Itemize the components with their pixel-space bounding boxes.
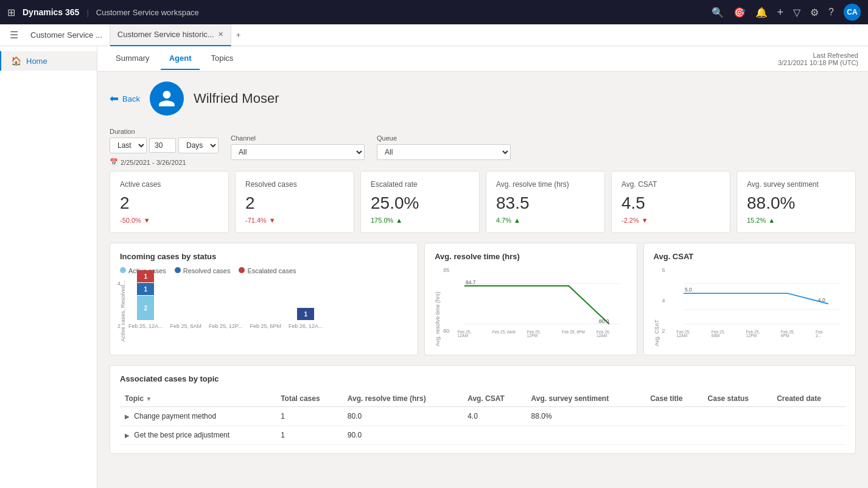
- svg-text:6AM: 6AM: [711, 333, 719, 338]
- sub-tab-bar: Summary Agent Topics Last Refreshed 3/21…: [97, 46, 868, 72]
- tab-close-icon[interactable]: ✕: [218, 30, 223, 38]
- svg-text:Feb 25, 6AM: Feb 25, 6AM: [492, 330, 516, 334]
- bar-red-1: 1: [137, 270, 154, 282]
- person-icon: [157, 89, 177, 108]
- csat-y-label: Avg. CSAT: [654, 267, 660, 346]
- up-arrow-icon: ▲: [768, 217, 775, 224]
- bar-group-4: Feb 25, 6PM: [250, 272, 281, 329]
- app-title: Dynamics 365: [23, 7, 79, 17]
- bar-label-5: Feb 26, 12A...: [289, 323, 323, 329]
- help-icon[interactable]: ?: [828, 7, 834, 18]
- col-case-status: Case status: [703, 391, 772, 407]
- last-refreshed: Last Refreshed 3/21/2021 10:18 PM (UTC): [778, 52, 858, 66]
- csat-y-axis: 6 4 2: [662, 267, 665, 334]
- settings-icon[interactable]: ⚙: [810, 7, 819, 18]
- back-button[interactable]: ⬅ Back: [110, 92, 140, 105]
- chart-incoming-status: Incoming cases by status Active cases Re…: [110, 243, 418, 355]
- cases-table: Topic ▼ Total cases Avg. resolve time (h…: [120, 391, 845, 445]
- channel-label: Channel: [231, 134, 365, 142]
- bar-group-5: 1 Feb 26, 12A...: [289, 271, 323, 329]
- top-nav-icons: 🔍 🎯 🔔 + ▽ ⚙ ? CA: [712, 4, 861, 21]
- channel-select[interactable]: All: [231, 144, 365, 160]
- down-arrow-icon: ▼: [269, 217, 276, 224]
- bar-chart-y-axis-label: Active cases, Resolved...: [120, 281, 126, 342]
- svg-text:84.7: 84.7: [466, 279, 476, 285]
- chart-resolve-time: Avg. resolve time (hrs) Avg. resolve tim…: [424, 243, 637, 355]
- nav-divider: |: [86, 8, 88, 17]
- sidebar-item-home[interactable]: 🏠 Home: [0, 51, 97, 71]
- col-avg-resolve: Avg. resolve time (hrs): [343, 391, 463, 407]
- tab-customer-service[interactable]: Customer Service ...: [23, 24, 110, 46]
- sort-icon[interactable]: ▼: [145, 396, 152, 402]
- apps-grid-icon[interactable]: ⊞: [7, 7, 15, 18]
- tab-agent[interactable]: Agent: [161, 47, 200, 70]
- kpi-resolved-value: 2: [245, 193, 344, 213]
- agent-name: Wilfried Moser: [194, 91, 279, 106]
- col-avg-csat: Avg. CSAT: [463, 391, 526, 407]
- bar-blue-light-1: 2: [137, 296, 154, 320]
- tab-summary[interactable]: Summary: [107, 47, 158, 70]
- user-avatar[interactable]: CA: [844, 4, 861, 21]
- row1-case-title: [645, 407, 702, 426]
- kpi-escalated: Escalated rate 25.0% 175.0% ▲: [360, 171, 480, 233]
- filter-icon[interactable]: ▽: [793, 7, 800, 18]
- row2-case-status: [703, 426, 772, 445]
- chart-resolve-title: Avg. resolve time (hrs): [435, 252, 626, 261]
- row1-topic: ▶ Change payment method: [120, 407, 276, 426]
- bar-label-4: Feb 25, 6PM: [250, 323, 281, 329]
- filters-row: Duration Last Days 📅 2/25/2021 - 3/26/20…: [110, 128, 856, 166]
- kpi-csat-value: 4.5: [621, 193, 720, 213]
- duration-value-input[interactable]: [149, 138, 176, 153]
- kpi-sentiment-title: Avg. survey sentiment: [747, 180, 845, 189]
- bar-label-3: Feb 25, 12P...: [209, 323, 242, 329]
- search-icon[interactable]: 🔍: [712, 7, 724, 18]
- add-tab-button[interactable]: +: [231, 26, 246, 44]
- tab-topics[interactable]: Topics: [202, 47, 242, 70]
- row1-resolve: 80.0: [343, 407, 463, 426]
- bell-icon[interactable]: 🔔: [755, 7, 768, 18]
- date-range: 📅 2/25/2021 - 3/26/2021: [110, 158, 219, 166]
- queue-label: Queue: [377, 134, 511, 142]
- row2-topic: ▶ Get the best price adjustment: [120, 426, 276, 445]
- agent-avatar: [150, 82, 184, 116]
- expand-icon[interactable]: ▶: [125, 413, 130, 420]
- down-arrow-icon: ▼: [642, 217, 648, 224]
- queue-select[interactable]: All: [377, 144, 511, 160]
- col-case-title: Case title: [645, 391, 702, 407]
- svg-text:12PM: 12PM: [527, 333, 537, 338]
- kpi-active-cases: Active cases 2 -50.0% ▼: [110, 171, 229, 233]
- kpi-escalated-delta: 175.0% ▲: [371, 217, 469, 224]
- row1-total: 1: [276, 407, 343, 426]
- table-header-row: Topic ▼ Total cases Avg. resolve time (h…: [120, 391, 845, 407]
- target-icon[interactable]: 🎯: [733, 7, 746, 18]
- svg-text:4.0: 4.0: [817, 297, 825, 303]
- kpi-resolved-delta: -71.4% ▼: [245, 217, 344, 224]
- agent-header: ⬅ Back Wilfried Moser: [110, 82, 856, 116]
- back-label: Back: [122, 94, 140, 103]
- duration-period-select[interactable]: Last: [110, 138, 147, 153]
- duration-unit-select[interactable]: Days: [178, 138, 219, 153]
- hamburger-menu[interactable]: ☰: [5, 24, 23, 46]
- chart-status-title: Incoming cases by status: [120, 252, 408, 261]
- table-row: ▶ Change payment method 1 80.0 4.0 88.0%: [120, 407, 845, 426]
- plus-icon[interactable]: +: [777, 6, 784, 19]
- row2-total: 1: [276, 426, 343, 445]
- tab-historic[interactable]: Customer Service historic... ✕: [110, 24, 231, 46]
- row2-csat: [463, 426, 526, 445]
- expand-icon[interactable]: ▶: [125, 432, 130, 439]
- col-total-cases: Total cases: [276, 391, 343, 407]
- svg-text:12AM: 12AM: [676, 333, 687, 338]
- bar-group-2: Feb 25, 6AM: [170, 272, 202, 329]
- chart-csat-title: Avg. CSAT: [654, 252, 845, 261]
- svg-text:12AM: 12AM: [597, 333, 607, 338]
- col-created-date: Created date: [772, 391, 845, 407]
- resolve-y-label: Avg. resolve time (hrs): [435, 267, 441, 346]
- kpi-resolved-title: Resolved cases: [245, 180, 344, 189]
- kpi-escalated-title: Escalated rate: [371, 180, 469, 189]
- main-layout: 🏠 Home Summary Agent Topics Last Refresh…: [0, 46, 868, 488]
- kpi-csat-title: Avg. CSAT: [621, 180, 720, 189]
- svg-text:5.0: 5.0: [684, 287, 691, 293]
- chart-avg-csat: Avg. CSAT Avg. CSAT 6 4 2: [643, 243, 856, 355]
- col-topic: Topic ▼: [120, 391, 276, 407]
- kpi-sentiment-delta: 15.2% ▲: [747, 217, 845, 224]
